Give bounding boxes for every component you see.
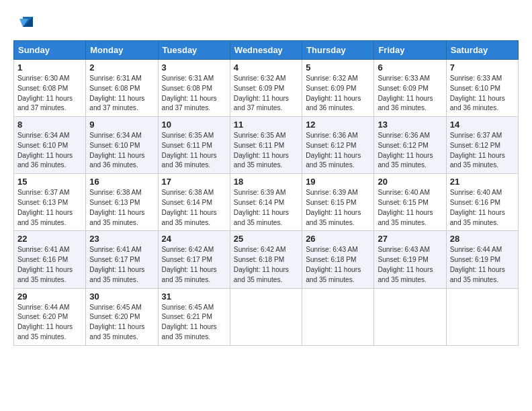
day-info: Sunrise: 6:32 AM Sunset: 6:09 PM Dayligh… bbox=[306, 74, 370, 113]
calendar-cell: 19 Sunrise: 6:39 AM Sunset: 6:15 PM Dayl… bbox=[302, 174, 374, 231]
day-number: 19 bbox=[306, 177, 370, 187]
day-number: 1 bbox=[17, 62, 82, 73]
calendar-cell bbox=[374, 288, 446, 345]
day-info: Sunrise: 6:33 AM Sunset: 6:09 PM Dayligh… bbox=[378, 74, 442, 113]
calendar-cell: 18 Sunrise: 6:39 AM Sunset: 6:14 PM Dayl… bbox=[230, 174, 302, 231]
calendar-cell: 10 Sunrise: 6:35 AM Sunset: 6:11 PM Dayl… bbox=[158, 117, 230, 174]
calendar-cell: 29 Sunrise: 6:44 AM Sunset: 6:20 PM Dayl… bbox=[14, 288, 86, 345]
day-info: Sunrise: 6:31 AM Sunset: 6:08 PM Dayligh… bbox=[89, 74, 154, 113]
day-info: Sunrise: 6:39 AM Sunset: 6:14 PM Dayligh… bbox=[234, 188, 298, 228]
day-number: 15 bbox=[17, 177, 82, 187]
day-number: 27 bbox=[378, 234, 442, 244]
calendar-cell bbox=[302, 288, 374, 345]
calendar-table: SundayMondayTuesdayWednesdayThursdayFrid… bbox=[13, 40, 519, 346]
header-sunday: Sunday bbox=[14, 41, 86, 60]
header-tuesday: Tuesday bbox=[158, 41, 230, 60]
calendar-cell: 4 Sunrise: 6:32 AM Sunset: 6:09 PM Dayli… bbox=[230, 60, 302, 117]
header-monday: Monday bbox=[86, 41, 158, 60]
day-number: 14 bbox=[450, 120, 515, 130]
week-row-3: 15 Sunrise: 6:37 AM Sunset: 6:13 PM Dayl… bbox=[14, 174, 519, 231]
day-info: Sunrise: 6:44 AM Sunset: 6:19 PM Dayligh… bbox=[450, 245, 515, 285]
day-number: 10 bbox=[162, 120, 226, 130]
day-info: Sunrise: 6:31 AM Sunset: 6:08 PM Dayligh… bbox=[162, 74, 226, 113]
day-number: 5 bbox=[306, 62, 370, 73]
day-info: Sunrise: 6:36 AM Sunset: 6:12 PM Dayligh… bbox=[378, 131, 442, 171]
day-info: Sunrise: 6:34 AM Sunset: 6:10 PM Dayligh… bbox=[17, 131, 82, 171]
day-number: 9 bbox=[89, 120, 154, 130]
day-info: Sunrise: 6:30 AM Sunset: 6:08 PM Dayligh… bbox=[17, 74, 82, 113]
day-number: 28 bbox=[450, 234, 515, 244]
calendar-cell: 5 Sunrise: 6:32 AM Sunset: 6:09 PM Dayli… bbox=[302, 60, 374, 117]
day-number: 2 bbox=[89, 62, 154, 73]
day-info: Sunrise: 6:33 AM Sunset: 6:10 PM Dayligh… bbox=[450, 74, 515, 113]
day-number: 6 bbox=[378, 62, 442, 73]
day-number: 13 bbox=[378, 120, 442, 130]
day-number: 21 bbox=[450, 177, 515, 187]
day-number: 12 bbox=[306, 120, 370, 130]
day-number: 20 bbox=[378, 177, 442, 187]
day-info: Sunrise: 6:34 AM Sunset: 6:10 PM Dayligh… bbox=[89, 131, 154, 171]
header-wednesday: Wednesday bbox=[230, 41, 302, 60]
calendar-cell: 17 Sunrise: 6:38 AM Sunset: 6:14 PM Dayl… bbox=[158, 174, 230, 231]
day-info: Sunrise: 6:41 AM Sunset: 6:17 PM Dayligh… bbox=[89, 245, 154, 285]
header-friday: Friday bbox=[374, 41, 446, 60]
day-number: 22 bbox=[17, 234, 82, 244]
day-number: 3 bbox=[162, 62, 226, 73]
calendar-cell bbox=[230, 288, 302, 345]
calendar-cell: 7 Sunrise: 6:33 AM Sunset: 6:10 PM Dayli… bbox=[446, 60, 518, 117]
calendar-cell: 24 Sunrise: 6:42 AM Sunset: 6:17 PM Dayl… bbox=[158, 231, 230, 288]
day-info: Sunrise: 6:45 AM Sunset: 6:21 PM Dayligh… bbox=[162, 303, 226, 342]
day-info: Sunrise: 6:38 AM Sunset: 6:13 PM Dayligh… bbox=[89, 188, 154, 228]
day-number: 11 bbox=[234, 120, 298, 130]
day-info: Sunrise: 6:40 AM Sunset: 6:15 PM Dayligh… bbox=[378, 188, 442, 228]
day-number: 16 bbox=[89, 177, 154, 187]
day-number: 18 bbox=[234, 177, 298, 187]
logo bbox=[13, 13, 36, 34]
calendar-cell: 12 Sunrise: 6:36 AM Sunset: 6:12 PM Dayl… bbox=[302, 117, 374, 174]
day-info: Sunrise: 6:39 AM Sunset: 6:15 PM Dayligh… bbox=[306, 188, 370, 228]
header-thursday: Thursday bbox=[302, 41, 374, 60]
calendar-cell: 8 Sunrise: 6:34 AM Sunset: 6:10 PM Dayli… bbox=[14, 117, 86, 174]
calendar-cell: 1 Sunrise: 6:30 AM Sunset: 6:08 PM Dayli… bbox=[14, 60, 86, 117]
calendar-cell: 9 Sunrise: 6:34 AM Sunset: 6:10 PM Dayli… bbox=[86, 117, 158, 174]
week-row-4: 22 Sunrise: 6:41 AM Sunset: 6:16 PM Dayl… bbox=[14, 231, 519, 288]
calendar-cell: 21 Sunrise: 6:40 AM Sunset: 6:16 PM Dayl… bbox=[446, 174, 518, 231]
day-info: Sunrise: 6:43 AM Sunset: 6:18 PM Dayligh… bbox=[306, 245, 370, 285]
calendar-cell: 6 Sunrise: 6:33 AM Sunset: 6:09 PM Dayli… bbox=[374, 60, 446, 117]
day-info: Sunrise: 6:36 AM Sunset: 6:12 PM Dayligh… bbox=[306, 131, 370, 171]
calendar-cell: 11 Sunrise: 6:35 AM Sunset: 6:11 PM Dayl… bbox=[230, 117, 302, 174]
day-info: Sunrise: 6:42 AM Sunset: 6:18 PM Dayligh… bbox=[234, 245, 298, 285]
day-info: Sunrise: 6:38 AM Sunset: 6:14 PM Dayligh… bbox=[162, 188, 226, 228]
day-info: Sunrise: 6:44 AM Sunset: 6:20 PM Dayligh… bbox=[17, 303, 82, 342]
calendar-cell: 13 Sunrise: 6:36 AM Sunset: 6:12 PM Dayl… bbox=[374, 117, 446, 174]
calendar-cell: 15 Sunrise: 6:37 AM Sunset: 6:13 PM Dayl… bbox=[14, 174, 86, 231]
day-number: 4 bbox=[234, 62, 298, 73]
calendar-cell: 20 Sunrise: 6:40 AM Sunset: 6:15 PM Dayl… bbox=[374, 174, 446, 231]
day-number: 25 bbox=[234, 234, 298, 244]
day-info: Sunrise: 6:35 AM Sunset: 6:11 PM Dayligh… bbox=[162, 131, 226, 171]
day-info: Sunrise: 6:37 AM Sunset: 6:13 PM Dayligh… bbox=[17, 188, 82, 228]
logo-icon bbox=[16, 13, 36, 34]
calendar-cell: 22 Sunrise: 6:41 AM Sunset: 6:16 PM Dayl… bbox=[14, 231, 86, 288]
calendar-cell: 31 Sunrise: 6:45 AM Sunset: 6:21 PM Dayl… bbox=[158, 288, 230, 345]
day-number: 17 bbox=[162, 177, 226, 187]
day-info: Sunrise: 6:37 AM Sunset: 6:12 PM Dayligh… bbox=[450, 131, 515, 171]
day-info: Sunrise: 6:41 AM Sunset: 6:16 PM Dayligh… bbox=[17, 245, 82, 285]
page-header bbox=[13, 13, 519, 34]
day-info: Sunrise: 6:40 AM Sunset: 6:16 PM Dayligh… bbox=[450, 188, 515, 228]
calendar-cell: 3 Sunrise: 6:31 AM Sunset: 6:08 PM Dayli… bbox=[158, 60, 230, 117]
calendar-cell bbox=[446, 288, 518, 345]
calendar-cell: 26 Sunrise: 6:43 AM Sunset: 6:18 PM Dayl… bbox=[302, 231, 374, 288]
calendar-cell: 2 Sunrise: 6:31 AM Sunset: 6:08 PM Dayli… bbox=[86, 60, 158, 117]
day-info: Sunrise: 6:42 AM Sunset: 6:17 PM Dayligh… bbox=[162, 245, 226, 285]
header-saturday: Saturday bbox=[446, 41, 518, 60]
calendar-cell: 16 Sunrise: 6:38 AM Sunset: 6:13 PM Dayl… bbox=[86, 174, 158, 231]
day-number: 29 bbox=[17, 291, 82, 302]
day-info: Sunrise: 6:45 AM Sunset: 6:20 PM Dayligh… bbox=[89, 303, 154, 342]
calendar-header-row: SundayMondayTuesdayWednesdayThursdayFrid… bbox=[14, 41, 519, 60]
day-number: 24 bbox=[162, 234, 226, 244]
day-number: 30 bbox=[89, 291, 154, 302]
calendar-cell: 23 Sunrise: 6:41 AM Sunset: 6:17 PM Dayl… bbox=[86, 231, 158, 288]
day-number: 26 bbox=[306, 234, 370, 244]
calendar-cell: 27 Sunrise: 6:43 AM Sunset: 6:19 PM Dayl… bbox=[374, 231, 446, 288]
